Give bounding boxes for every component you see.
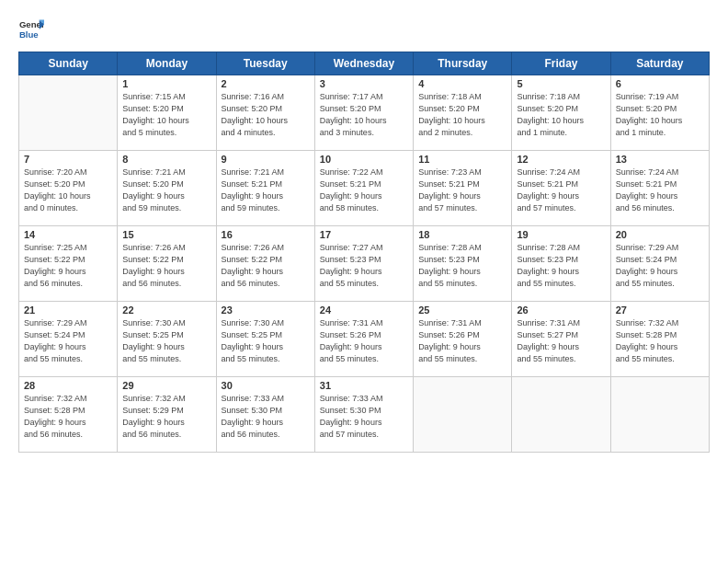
calendar-day-25: 25Sunrise: 7:31 AM Sunset: 5:26 PM Dayli… [414,302,512,377]
day-number: 9 [222,154,310,165]
calendar-day-9: 9Sunrise: 7:21 AM Sunset: 5:21 PM Daylig… [216,151,314,226]
weekday-header-row: SundayMondayTuesdayWednesdayThursdayFrid… [19,52,710,75]
calendar-day-17: 17Sunrise: 7:27 AM Sunset: 5:23 PM Dayli… [314,226,413,302]
calendar-empty [610,377,709,453]
day-number: 26 [517,304,605,316]
day-number: 7 [24,154,112,165]
calendar-day-31: 31Sunrise: 7:33 AM Sunset: 5:30 PM Dayli… [314,377,413,453]
day-number: 22 [122,304,210,316]
day-detail: Sunrise: 7:32 AM Sunset: 5:29 PM Dayligh… [122,393,210,441]
logo-icon: General Blue [18,17,44,42]
day-number: 15 [122,229,210,240]
day-number: 3 [320,78,408,89]
day-number: 28 [24,380,112,391]
header: General Blue [18,17,710,42]
day-detail: Sunrise: 7:23 AM Sunset: 5:21 PM Dayligh… [418,167,506,214]
day-detail: Sunrise: 7:31 AM Sunset: 5:26 PM Dayligh… [320,317,408,365]
calendar-week-4: 21Sunrise: 7:29 AM Sunset: 5:24 PM Dayli… [19,302,710,377]
day-number: 18 [418,229,506,240]
day-detail: Sunrise: 7:18 AM Sunset: 5:20 PM Dayligh… [418,91,506,139]
weekday-header-monday: Monday [118,52,216,75]
calendar-day-28: 28Sunrise: 7:32 AM Sunset: 5:28 PM Dayli… [19,377,118,453]
day-number: 20 [616,229,704,240]
calendar-day-1: 1Sunrise: 7:15 AM Sunset: 5:20 PM Daylig… [118,75,216,151]
calendar-week-3: 14Sunrise: 7:25 AM Sunset: 5:22 PM Dayli… [19,226,710,302]
calendar-day-8: 8Sunrise: 7:21 AM Sunset: 5:20 PM Daylig… [118,151,216,226]
day-number: 23 [222,304,310,316]
calendar-day-15: 15Sunrise: 7:26 AM Sunset: 5:22 PM Dayli… [118,226,216,302]
calendar-day-23: 23Sunrise: 7:30 AM Sunset: 5:25 PM Dayli… [216,302,314,377]
day-detail: Sunrise: 7:33 AM Sunset: 5:30 PM Dayligh… [222,393,310,441]
day-number: 30 [222,380,310,391]
calendar-week-1: 1Sunrise: 7:15 AM Sunset: 5:20 PM Daylig… [19,75,710,151]
calendar-week-5: 28Sunrise: 7:32 AM Sunset: 5:28 PM Dayli… [19,377,710,453]
day-number: 31 [320,380,408,391]
weekday-header-thursday: Thursday [414,52,512,75]
day-number: 1 [122,78,210,89]
day-number: 5 [517,78,605,89]
day-detail: Sunrise: 7:33 AM Sunset: 5:30 PM Dayligh… [320,393,408,441]
calendar-day-11: 11Sunrise: 7:23 AM Sunset: 5:21 PM Dayli… [414,151,512,226]
calendar-table: SundayMondayTuesdayWednesdayThursdayFrid… [18,52,710,453]
calendar-day-30: 30Sunrise: 7:33 AM Sunset: 5:30 PM Dayli… [216,377,314,453]
calendar-day-19: 19Sunrise: 7:28 AM Sunset: 5:23 PM Dayli… [512,226,610,302]
calendar-day-10: 10Sunrise: 7:22 AM Sunset: 5:21 PM Dayli… [314,151,413,226]
day-detail: Sunrise: 7:17 AM Sunset: 5:20 PM Dayligh… [320,91,408,139]
day-number: 11 [418,154,506,165]
day-detail: Sunrise: 7:32 AM Sunset: 5:28 PM Dayligh… [616,317,704,365]
day-number: 2 [222,78,310,89]
day-detail: Sunrise: 7:15 AM Sunset: 5:20 PM Dayligh… [122,91,210,139]
calendar-empty [512,377,610,453]
day-number: 29 [122,380,210,391]
day-detail: Sunrise: 7:19 AM Sunset: 5:20 PM Dayligh… [616,91,704,139]
day-number: 14 [24,229,112,240]
calendar-empty [414,377,512,453]
day-number: 25 [418,304,506,316]
weekday-header-sunday: Sunday [19,52,118,75]
calendar-day-18: 18Sunrise: 7:28 AM Sunset: 5:23 PM Dayli… [414,226,512,302]
day-number: 21 [24,304,112,316]
logo: General Blue [18,17,44,42]
day-detail: Sunrise: 7:20 AM Sunset: 5:20 PM Dayligh… [24,167,112,214]
calendar-empty [19,75,118,151]
calendar-day-16: 16Sunrise: 7:26 AM Sunset: 5:22 PM Dayli… [216,226,314,302]
day-detail: Sunrise: 7:28 AM Sunset: 5:23 PM Dayligh… [418,242,506,290]
weekday-header-tuesday: Tuesday [216,52,314,75]
calendar-day-5: 5Sunrise: 7:18 AM Sunset: 5:20 PM Daylig… [512,75,610,151]
calendar-day-26: 26Sunrise: 7:31 AM Sunset: 5:27 PM Dayli… [512,302,610,377]
calendar-day-14: 14Sunrise: 7:25 AM Sunset: 5:22 PM Dayli… [19,226,118,302]
calendar-day-13: 13Sunrise: 7:24 AM Sunset: 5:21 PM Dayli… [610,151,709,226]
day-number: 4 [418,78,506,89]
day-detail: Sunrise: 7:29 AM Sunset: 5:24 PM Dayligh… [24,317,112,365]
day-detail: Sunrise: 7:30 AM Sunset: 5:25 PM Dayligh… [122,317,210,365]
day-detail: Sunrise: 7:29 AM Sunset: 5:24 PM Dayligh… [616,242,704,290]
day-detail: Sunrise: 7:24 AM Sunset: 5:21 PM Dayligh… [616,167,704,214]
calendar-day-2: 2Sunrise: 7:16 AM Sunset: 5:20 PM Daylig… [216,75,314,151]
day-detail: Sunrise: 7:24 AM Sunset: 5:21 PM Dayligh… [517,167,605,214]
day-detail: Sunrise: 7:18 AM Sunset: 5:20 PM Dayligh… [517,91,605,139]
day-number: 8 [122,154,210,165]
weekday-header-saturday: Saturday [610,52,709,75]
day-number: 12 [517,154,605,165]
day-detail: Sunrise: 7:31 AM Sunset: 5:27 PM Dayligh… [517,317,605,365]
calendar-day-22: 22Sunrise: 7:30 AM Sunset: 5:25 PM Dayli… [118,302,216,377]
day-detail: Sunrise: 7:32 AM Sunset: 5:28 PM Dayligh… [24,393,112,441]
calendar-day-20: 20Sunrise: 7:29 AM Sunset: 5:24 PM Dayli… [610,226,709,302]
calendar-day-7: 7Sunrise: 7:20 AM Sunset: 5:20 PM Daylig… [19,151,118,226]
weekday-header-friday: Friday [512,52,610,75]
day-detail: Sunrise: 7:22 AM Sunset: 5:21 PM Dayligh… [320,167,408,214]
day-detail: Sunrise: 7:26 AM Sunset: 5:22 PM Dayligh… [122,242,210,290]
day-number: 6 [616,78,704,89]
day-number: 13 [616,154,704,165]
day-number: 16 [222,229,310,240]
page: General Blue SundayMondayTuesdayWednesda… [0,0,728,563]
weekday-header-wednesday: Wednesday [314,52,413,75]
day-number: 27 [616,304,704,316]
day-detail: Sunrise: 7:16 AM Sunset: 5:20 PM Dayligh… [222,91,310,139]
day-detail: Sunrise: 7:26 AM Sunset: 5:22 PM Dayligh… [222,242,310,290]
day-detail: Sunrise: 7:30 AM Sunset: 5:25 PM Dayligh… [222,317,310,365]
calendar-day-29: 29Sunrise: 7:32 AM Sunset: 5:29 PM Dayli… [118,377,216,453]
calendar-day-4: 4Sunrise: 7:18 AM Sunset: 5:20 PM Daylig… [414,75,512,151]
calendar-day-24: 24Sunrise: 7:31 AM Sunset: 5:26 PM Dayli… [314,302,413,377]
day-detail: Sunrise: 7:21 AM Sunset: 5:20 PM Dayligh… [122,167,210,214]
